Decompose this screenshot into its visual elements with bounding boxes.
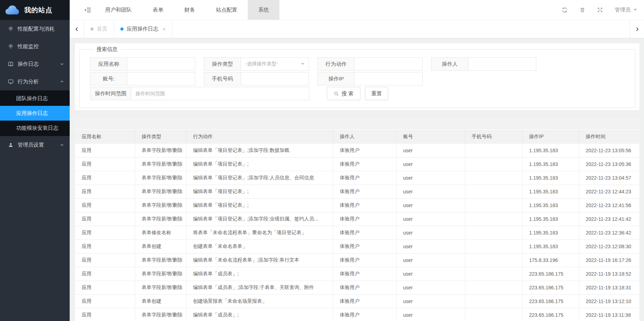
table-cell: 表单字段新增/删除 xyxy=(135,281,186,295)
open-tabs: 首页应用操作日志× xyxy=(84,20,630,38)
table-cell xyxy=(465,185,522,199)
account-input[interactable] xyxy=(127,72,195,85)
table-cell: user xyxy=(396,253,465,267)
app-name-input[interactable] xyxy=(127,57,195,71)
table-cell: 应用 xyxy=(75,253,135,267)
time-range-input[interactable] xyxy=(131,87,309,100)
sidebar-item[interactable]: 行为分析 xyxy=(0,73,70,90)
caret-down-icon xyxy=(301,63,304,67)
tabs-scroll-right-icon[interactable] xyxy=(630,20,644,38)
topnav-item[interactable]: 系统 xyxy=(248,0,279,20)
table-row: 应用表单字段新增/删除编辑表单「项目登记表」;添加字段:人员信息、合同信息体验用… xyxy=(75,171,639,185)
operation-type-select[interactable]: -选择操作类型- xyxy=(241,57,309,71)
table-cell: 将表单「未命名流程表单」重命名为「项目登记表」 xyxy=(186,226,333,240)
table-cell: 创建场景报表「未命名场景报表」 xyxy=(186,295,333,308)
topnav-item[interactable]: 表单 xyxy=(142,0,174,20)
table-cell: user xyxy=(396,308,465,321)
search-icon xyxy=(334,91,339,96)
table-cell xyxy=(465,212,522,226)
table-cell: 1.195.35.183 xyxy=(522,158,579,171)
table-cell xyxy=(465,295,522,308)
table-cell: 应用 xyxy=(75,212,135,226)
site-logo[interactable]: 我的站点 xyxy=(0,0,70,20)
operation-ip-input[interactable] xyxy=(355,72,423,85)
table-cell xyxy=(465,267,522,281)
table-cell: 1.195.35.183 xyxy=(522,171,579,185)
table-cell: 表单创建 xyxy=(135,295,186,308)
tab-close-icon[interactable]: × xyxy=(163,26,166,32)
log-table-panel: 应用名称操作类型行为动作操作人账号手机号码操作IP操作时间 应用表单字段新增/删… xyxy=(75,118,639,321)
table-cell: 编辑表单「项目登记表」;添加字段:业绩归属、签约人员... xyxy=(186,212,333,226)
sidebar-subitem[interactable]: 团队操作日志 xyxy=(0,91,70,106)
time-range-label: 操作时间范围 xyxy=(90,87,131,100)
chevron-down-icon xyxy=(60,62,64,66)
table-row: 应用表单字段新增/删除编辑表单「成员表」;体验用户user223.65.186.… xyxy=(75,308,639,321)
table-cell: 1.195.35.183 xyxy=(522,240,579,253)
table-cell xyxy=(465,158,522,171)
behavior-action-label: 行为动作 xyxy=(317,57,355,71)
table-cell: 创建表单「未命名表单」 xyxy=(186,240,333,253)
table-cell: 体验用户 xyxy=(333,212,396,226)
tabs-scroll-left-icon[interactable] xyxy=(70,20,84,38)
table-row: 应用表单字段新增/删除编辑表单「项目登记表」;添加字段:数据加载体验用户user… xyxy=(75,144,639,158)
account-field: 账号: xyxy=(90,72,195,85)
search-button[interactable]: 搜 索 xyxy=(327,87,360,100)
sidebar-item[interactable]: 性能监控 xyxy=(0,38,70,55)
sidebar-item-label: 性能监控 xyxy=(18,43,39,50)
table-cell: 表单字段新增/删除 xyxy=(135,253,186,267)
table-cell: 编辑表单「未命名流程表单」;添加字段:单行文本 xyxy=(186,253,333,267)
table-cell: 223.65.186.175 xyxy=(522,308,579,321)
fullscreen-icon[interactable] xyxy=(597,7,603,13)
table-row: 应用表单创建创建场景报表「未命名场景报表」体验用户user223.65.186.… xyxy=(75,295,639,308)
table-cell: 应用 xyxy=(75,295,135,308)
phone-number-field: 手机号码 xyxy=(204,72,309,85)
app-name-label: 应用名称 xyxy=(90,57,127,71)
search-button-label: 搜 索 xyxy=(341,90,353,97)
tab-label: 应用操作日志 xyxy=(127,26,158,32)
topbar-actions: 管理员 xyxy=(562,0,644,20)
table-cell: 编辑表单「项目登记表」; xyxy=(186,185,333,199)
table-cell: 编辑表单「项目登记表」;添加字段:人员信息、合同信息 xyxy=(186,171,333,185)
operator-input[interactable] xyxy=(468,57,536,71)
reset-button-label: 重置 xyxy=(371,90,382,97)
table-cell: 1.195.35.183 xyxy=(522,185,579,199)
reset-button[interactable]: 重置 xyxy=(365,87,388,100)
sidebar-item[interactable]: 操作日志 xyxy=(0,55,70,73)
collapse-sidebar-icon[interactable] xyxy=(84,7,91,13)
table-cell: 2022-11-19 13:18:52 xyxy=(579,267,639,281)
table-cell: 223.65.186.175 xyxy=(522,281,579,295)
table-cell: 2022-11-19 13:18:31 xyxy=(579,281,639,295)
table-cell: user xyxy=(396,240,465,253)
table-row: 应用表单字段新增/删除编辑表单「项目登记表」;体验用户user1.195.35.… xyxy=(75,158,639,171)
topnav: 用户和团队表单财务站点配置系统 xyxy=(95,0,279,20)
cloud-logo-icon xyxy=(5,5,21,15)
column-header: 手机号码 xyxy=(465,130,522,144)
table-cell: 表单字段新增/删除 xyxy=(135,158,186,171)
search-row: 账号:手机号码操作IP xyxy=(90,72,635,85)
behavior-action-input[interactable] xyxy=(355,57,423,71)
refresh-icon[interactable] xyxy=(562,7,568,13)
sidebar-subitem[interactable]: 应用操作日志 xyxy=(0,106,70,121)
tab[interactable]: 应用操作日志× xyxy=(114,20,172,38)
table-cell: user xyxy=(396,212,465,226)
phone-number-input[interactable] xyxy=(241,72,309,85)
table-cell: 体验用户 xyxy=(333,240,396,253)
topnav-item[interactable]: 用户和团队 xyxy=(95,0,142,20)
time-range-field: 操作时间范围 xyxy=(90,87,309,100)
operation-type-label: 操作类型 xyxy=(204,57,241,71)
topnav-item[interactable]: 站点配置 xyxy=(206,0,248,20)
admin-dropdown[interactable]: 管理员 xyxy=(615,7,637,13)
book-icon xyxy=(8,61,14,67)
topnav-item[interactable]: 财务 xyxy=(174,0,206,20)
table-cell xyxy=(465,199,522,212)
table-cell: 2022-11-19 16:17:26 xyxy=(579,253,639,267)
trash-icon[interactable] xyxy=(580,7,585,13)
tab[interactable]: 首页 xyxy=(84,20,114,38)
table-cell: 体验用户 xyxy=(333,295,396,308)
table-cell: 表单字段新增/删除 xyxy=(135,144,186,158)
operation-ip-field: 操作IP xyxy=(317,72,423,85)
sidebar-subitem[interactable]: 功能模块安装日志 xyxy=(0,121,70,135)
sidebar-item[interactable]: 管理员设置 xyxy=(0,136,70,154)
sidebar-item[interactable]: 性能配置与消耗 xyxy=(0,20,70,38)
table-cell xyxy=(465,226,522,240)
